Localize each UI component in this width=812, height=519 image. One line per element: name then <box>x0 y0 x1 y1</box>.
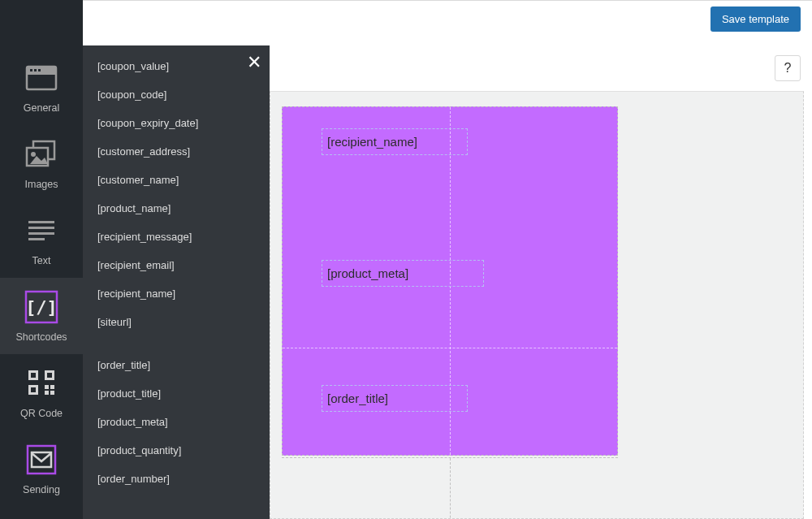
shortcode-option[interactable]: [customer_address] <box>83 137 270 166</box>
shortcode-option[interactable]: [order_title] <box>83 351 270 379</box>
svg-rect-4 <box>38 69 41 71</box>
shortcode-option[interactable]: [siteurl] <box>83 308 270 336</box>
shortcode-option[interactable]: [customer_name] <box>83 166 270 194</box>
template-canvas[interactable]: [recipient_name] [product_meta] [order_t… <box>270 91 804 519</box>
sidebar-item-images[interactable]: Images <box>0 125 83 201</box>
sidebar-item-shortcodes[interactable]: [/] Shortcodes <box>0 278 83 354</box>
svg-rect-24 <box>50 391 54 395</box>
images-icon <box>24 136 59 172</box>
sidebar-item-text[interactable]: Text <box>0 201 83 278</box>
svg-rect-22 <box>50 385 54 389</box>
svg-rect-20 <box>31 387 36 392</box>
svg-rect-23 <box>45 391 49 395</box>
shortcode-option[interactable]: [product_title] <box>83 379 270 408</box>
shortcode-option[interactable]: [order_number] <box>83 465 270 493</box>
help-icon: ? <box>784 61 792 76</box>
svg-text:[/]: [/] <box>25 297 58 318</box>
save-template-button[interactable]: Save template <box>710 6 801 32</box>
svg-rect-2 <box>30 69 32 71</box>
help-button[interactable]: ? <box>775 55 801 81</box>
canvas-field-order-title[interactable]: [order_title] <box>322 385 468 412</box>
shortcode-option[interactable]: [recipient_email] <box>83 251 270 279</box>
shortcodes-list: [coupon_value] [coupon_code] [coupon_exp… <box>83 52 270 493</box>
sidebar-item-label: QR Code <box>20 408 63 419</box>
list-divider <box>83 336 270 351</box>
svg-rect-9 <box>28 221 54 223</box>
sidebar: General Images Text [/ <box>0 0 83 519</box>
shortcode-option[interactable]: [coupon_code] <box>83 80 270 109</box>
shortcode-option[interactable]: [product_quantity] <box>83 436 270 465</box>
topbar: Save template <box>0 0 812 37</box>
svg-rect-18 <box>47 373 52 378</box>
shortcodes-panel: ✕ [coupon_value] [coupon_code] [coupon_e… <box>83 45 270 519</box>
sidebar-item-label: Sending <box>23 484 60 495</box>
template-card[interactable]: [recipient_name] [product_meta] [order_t… <box>282 106 618 456</box>
svg-rect-3 <box>34 69 37 71</box>
canvas-field-product-meta[interactable]: [product_meta] <box>322 260 484 287</box>
sidebar-item-label: General <box>24 102 59 114</box>
sidebar-item-sending[interactable]: Sending <box>0 430 83 507</box>
mail-icon <box>24 442 59 478</box>
svg-rect-10 <box>28 227 54 229</box>
svg-point-7 <box>31 152 36 157</box>
window-icon <box>24 60 59 96</box>
sidebar-item-label: Images <box>25 179 58 190</box>
template-grid-bottom <box>282 457 618 519</box>
sidebar-item-general[interactable]: General <box>0 49 83 125</box>
sidebar-item-qrcode[interactable]: QR Code <box>0 354 83 430</box>
shortcode-option[interactable]: [coupon_expiry_date] <box>83 109 270 137</box>
shortcode-option[interactable]: [product_name] <box>83 194 270 223</box>
svg-rect-11 <box>28 232 54 235</box>
canvas-field-recipient-name[interactable]: [recipient_name] <box>322 128 468 155</box>
shortcode-option[interactable]: [recipient_name] <box>83 279 270 308</box>
sidebar-item-label: Text <box>32 255 51 266</box>
grid-divider <box>283 348 617 348</box>
shortcode-option[interactable]: [product_meta] <box>83 408 270 436</box>
svg-rect-16 <box>31 373 36 378</box>
shortcode-icon: [/] <box>24 289 59 325</box>
svg-rect-21 <box>45 385 49 389</box>
sidebar-item-label: Shortcodes <box>15 331 67 343</box>
text-lines-icon <box>24 213 59 249</box>
svg-rect-12 <box>28 238 45 240</box>
shortcode-option[interactable]: [recipient_message] <box>83 223 270 251</box>
shortcode-option[interactable]: [coupon_value] <box>83 52 270 80</box>
qrcode-icon <box>24 365 59 401</box>
close-icon[interactable]: ✕ <box>247 54 261 71</box>
